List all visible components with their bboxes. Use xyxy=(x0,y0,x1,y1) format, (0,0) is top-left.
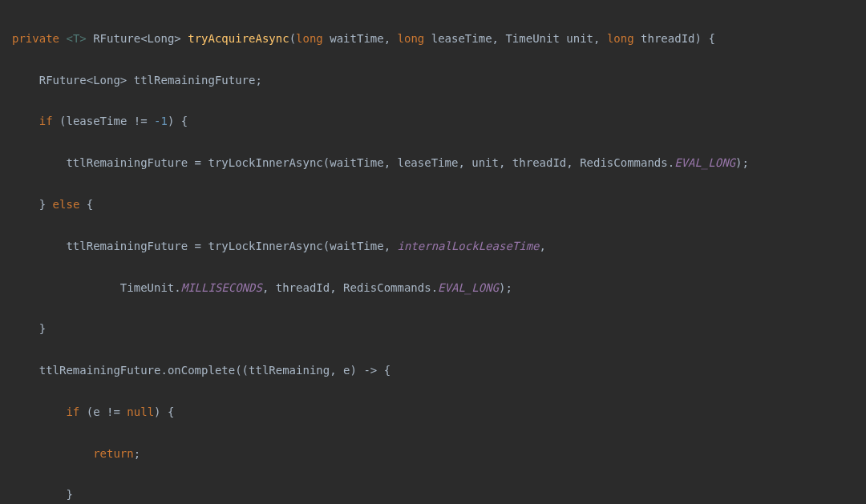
code-line: return; xyxy=(12,444,854,465)
code-line: } xyxy=(12,319,854,340)
code-line: if (e != null) { xyxy=(12,402,854,423)
return-type: RFuture<Long> xyxy=(93,32,181,45)
code-line: ttlRemainingFuture = tryLockInnerAsync(w… xyxy=(12,153,854,174)
code-line: } else { xyxy=(12,195,854,216)
code-line: ttlRemainingFuture.onComplete((ttlRemain… xyxy=(12,361,854,381)
method-name: tryAcquireAsync xyxy=(188,32,289,45)
code-line: if (leaseTime != -1) { xyxy=(12,111,854,132)
code-line: RFuture<Long> ttlRemainingFuture; xyxy=(12,71,854,91)
keyword-private: private xyxy=(12,32,59,45)
code-line: } xyxy=(12,485,854,504)
code-line: ttlRemainingFuture = tryLockInnerAsync(w… xyxy=(12,236,854,257)
code-block: private <T> RFuture<Long> tryAcquireAsyn… xyxy=(0,8,866,504)
code-line: private <T> RFuture<Long> tryAcquireAsyn… xyxy=(12,29,854,50)
code-line: TimeUnit.MILLISECONDS, threadId, RedisCo… xyxy=(12,278,854,299)
generic-decl: <T> xyxy=(66,32,86,45)
